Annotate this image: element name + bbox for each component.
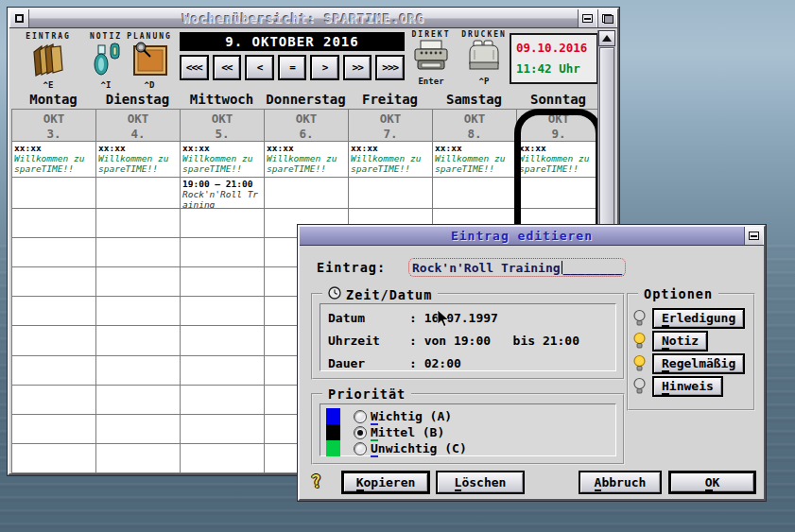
calendar-entry[interactable]: xx:xxWillkommen zu spareTIME!! — [349, 142, 432, 178]
loeschen-button[interactable]: Löschen — [436, 471, 525, 494]
main-titlebar[interactable]: Wochenübersicht: SPARTIME.ORG — [9, 9, 617, 28]
empty-cell[interactable] — [181, 297, 264, 326]
day-header: OKT6. — [265, 110, 348, 142]
dialog-close-icon[interactable] — [744, 227, 764, 245]
empty-cell[interactable] — [12, 267, 95, 297]
empty-cell[interactable] — [181, 415, 264, 444]
calendar-entry[interactable]: xx:xxWillkommen zu spareTIME!! — [517, 142, 600, 178]
empty-cell[interactable] — [181, 326, 264, 355]
day-header: OKT9. — [517, 110, 600, 142]
priority-option-mittel[interactable]: Mittel (B) — [326, 424, 610, 440]
depth-icon[interactable] — [597, 9, 617, 27]
nav-button[interactable]: < — [245, 55, 274, 80]
entry-value: Rock'n'Roll Training — [412, 261, 561, 275]
empty-cell[interactable] — [181, 267, 264, 297]
calendar-entry[interactable]: xx:xxWillkommen zu spareTIME!! — [12, 142, 95, 178]
day-column[interactable]: OKT3.xx:xxWillkommen zu spareTIME!! — [12, 110, 96, 473]
empty-cell[interactable] — [12, 386, 95, 415]
calendar-entry[interactable]: xx:xxWillkommen zu spareTIME!! — [181, 142, 264, 178]
priority-option-unwichtig[interactable]: Unwichtig (C) — [326, 440, 610, 456]
datum-value[interactable]: : 16.07.1997 — [409, 311, 498, 325]
nav-button[interactable]: > — [310, 55, 339, 80]
empty-cell[interactable] — [265, 178, 348, 209]
empty-cell[interactable] — [12, 326, 95, 355]
date-navigation: <<<<<<=>>>>>> — [180, 55, 405, 80]
empty-cell[interactable] — [181, 209, 264, 238]
empty-cell[interactable] — [96, 415, 180, 444]
drucken-tool-button[interactable]: DRUCKEN ^P — [458, 30, 510, 86]
nav-button[interactable]: >>> — [375, 55, 405, 80]
radio-wichtig[interactable] — [354, 410, 367, 423]
current-date-banner: 9. OKTOBER 2016 — [180, 32, 405, 51]
hinweis-button[interactable]: Hinweis — [652, 376, 723, 397]
toolbar: EINTRAG ^E NOTIZ — [9, 28, 617, 92]
option-notiz-row: Notiz — [632, 331, 750, 351]
empty-cell[interactable] — [96, 267, 180, 297]
mittel-label: Mittel (B) — [371, 425, 444, 439]
datum-name: Datum — [328, 311, 409, 325]
help-icon[interactable]: ? — [309, 470, 323, 492]
close-icon[interactable] — [9, 9, 29, 27]
empty-cell[interactable] — [12, 356, 95, 386]
empty-cell[interactable] — [181, 444, 264, 473]
dialog-titlebar[interactable]: Eintrag editieren — [300, 227, 764, 246]
regelmaessig-button[interactable]: Regelmäßig — [652, 353, 745, 374]
day-header: OKT8. — [433, 110, 516, 142]
nav-button[interactable]: = — [278, 55, 307, 80]
day-column[interactable]: OKT4.xx:xxWillkommen zu spareTIME!! — [96, 110, 181, 473]
priority-option-wichtig[interactable]: Wichtig (A) — [326, 408, 610, 424]
planung-tool-button[interactable]: PLANUNG ^D — [121, 32, 178, 90]
eintrag-shortcut: ^E — [19, 80, 78, 90]
calendar-entry[interactable]: 19:00 — 21:00Rock'n'Roll Training — [181, 178, 264, 209]
ok-button[interactable]: OK — [668, 471, 756, 494]
empty-cell[interactable] — [96, 178, 180, 209]
scroll-up-icon[interactable] — [598, 30, 615, 46]
weekday-label: Donnerstag — [264, 92, 348, 109]
empty-cell[interactable] — [349, 178, 432, 209]
calendar-entry[interactable]: xx:xxWillkommen zu spareTIME!! — [96, 142, 180, 178]
uhrzeit-value[interactable]: : von 19:00 bis 21:00 — [409, 334, 579, 348]
day-column[interactable]: OKT5.xx:xxWillkommen zu spareTIME!!19:00… — [181, 110, 265, 473]
nav-button[interactable]: <<< — [180, 55, 209, 80]
abbruch-button[interactable]: Abbruch — [579, 471, 662, 494]
notiz-button[interactable]: Notiz — [652, 331, 708, 352]
planung-label: PLANUNG — [121, 32, 178, 41]
empty-cell[interactable] — [12, 209, 95, 238]
empty-cell[interactable] — [181, 238, 264, 267]
kopieren-button[interactable]: Kopieren — [341, 471, 430, 494]
empty-cell[interactable] — [181, 386, 264, 415]
empty-cell[interactable] — [96, 297, 180, 326]
dauer-row: Dauer : 02:00 — [328, 356, 608, 370]
empty-cell[interactable] — [433, 178, 516, 209]
calendar-entry[interactable]: xx:xxWillkommen zu spareTIME!! — [433, 142, 516, 178]
entry-input[interactable]: Rock'n'Roll Training________ — [408, 258, 626, 277]
eintrag-tool-button[interactable]: EINTRAG ^E — [19, 32, 78, 90]
empty-cell[interactable] — [12, 415, 95, 444]
day-header: OKT7. — [349, 110, 432, 142]
empty-cell[interactable] — [96, 326, 180, 355]
wichtig-label: Wichtig (A) — [371, 409, 452, 423]
direkt-tool-button[interactable]: DIREKT Enter — [406, 30, 456, 86]
weekday-label: Montag — [11, 92, 95, 109]
empty-cell[interactable] — [96, 356, 180, 386]
empty-cell[interactable] — [96, 386, 180, 415]
empty-cell[interactable] — [12, 238, 95, 267]
empty-cell[interactable] — [181, 356, 264, 386]
nav-button[interactable]: >> — [343, 55, 372, 80]
empty-cell[interactable] — [517, 178, 600, 209]
empty-cell[interactable] — [12, 178, 95, 209]
empty-cell[interactable] — [96, 209, 180, 238]
radio-unwichtig[interactable] — [354, 442, 367, 455]
dauer-value[interactable]: : 02:00 — [409, 356, 461, 370]
empty-cell[interactable] — [96, 444, 180, 473]
empty-cell[interactable] — [96, 238, 180, 267]
clock-icon — [328, 286, 341, 302]
empty-cell[interactable] — [12, 444, 95, 473]
radio-mittel[interactable] — [354, 426, 367, 439]
minimize-icon[interactable] — [578, 9, 597, 27]
empty-cell[interactable] — [12, 297, 95, 326]
nav-button[interactable]: << — [213, 55, 242, 80]
erledigung-button[interactable]: Erledigung — [652, 308, 745, 329]
calendar-entry[interactable]: xx:xxWillkommen zu spareTIME!! — [265, 142, 348, 178]
typewriter-icon — [410, 59, 452, 77]
